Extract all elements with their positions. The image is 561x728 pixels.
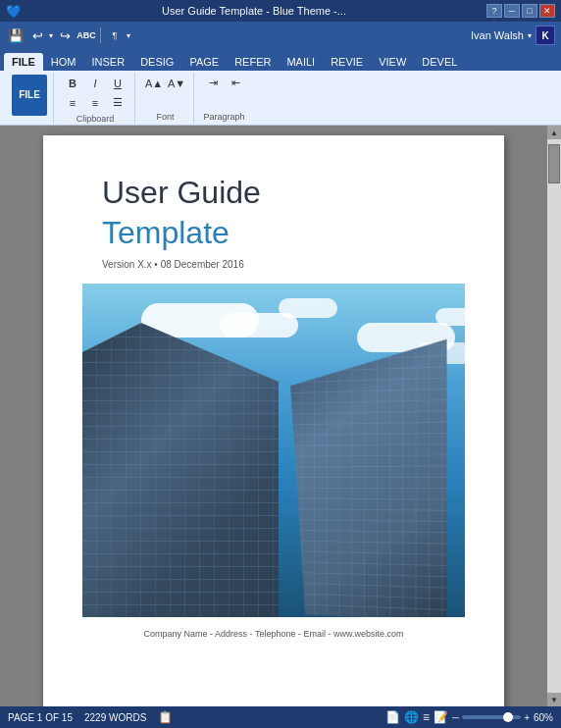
vertical-scrollbar[interactable]: ▲ ▼ bbox=[547, 126, 561, 706]
redo-button[interactable]: ↪ bbox=[55, 26, 75, 45]
tab-view[interactable]: VIEW bbox=[371, 53, 414, 71]
tab-review[interactable]: REVIE bbox=[323, 53, 371, 71]
document-scroll: User Guide Template Version X.x • 08 Dec… bbox=[0, 126, 547, 706]
font-size-up[interactable]: A▲ bbox=[143, 75, 165, 92]
zoom-slider-track[interactable] bbox=[462, 715, 521, 719]
undo-dropdown[interactable]: ▾ bbox=[49, 31, 53, 40]
status-bar: PAGE 1 OF 15 2229 WORDS 📋 📄 🌐 ≡ 📝 ─ + 60… bbox=[0, 706, 561, 728]
underline-button[interactable]: U bbox=[107, 75, 128, 92]
user-info: Ivan Walsh ▾ K bbox=[471, 26, 555, 45]
format-dropdown[interactable]: ▾ bbox=[127, 31, 130, 40]
close-button[interactable]: ✕ bbox=[539, 4, 555, 18]
view-print-icon[interactable]: 📄 bbox=[385, 710, 400, 724]
clipboard-label: Clipboard bbox=[76, 114, 115, 124]
user-dropdown[interactable]: ▾ bbox=[528, 31, 532, 40]
quick-access-toolbar: 💾 ↩ ▾ ↪ ABC ¶ ▾ Ivan Walsh ▾ K bbox=[0, 22, 561, 49]
font-size-down[interactable]: A▼ bbox=[166, 75, 187, 92]
list-button[interactable]: ☰ bbox=[107, 94, 128, 112]
user-name: Ivan Walsh bbox=[471, 29, 524, 41]
align-left-button[interactable]: ≡ bbox=[62, 94, 83, 112]
ribbon-group-file: FILE bbox=[6, 73, 54, 124]
ribbon-group-paragraph: ⇥ ⇤ Paragraph bbox=[196, 73, 252, 124]
ribbon-group-font: A▲ A▼ Font bbox=[137, 73, 194, 124]
window-controls: ? ─ □ ✕ bbox=[486, 4, 555, 18]
save-button[interactable]: 💾 bbox=[6, 26, 26, 45]
format-button[interactable]: ¶ bbox=[105, 26, 125, 45]
word-count: 2229 WORDS bbox=[84, 712, 146, 723]
view-draft-icon[interactable]: 📝 bbox=[434, 710, 448, 724]
outdent-button[interactable]: ⇤ bbox=[225, 75, 246, 92]
zoom-minus-button[interactable]: ─ bbox=[452, 712, 459, 723]
scroll-down-button[interactable]: ▼ bbox=[547, 693, 561, 706]
document-page: User Guide Template Version X.x • 08 Dec… bbox=[43, 135, 504, 706]
tab-page[interactable]: PAGE bbox=[181, 53, 227, 71]
scroll-up-button[interactable]: ▲ bbox=[547, 126, 561, 139]
page-info: PAGE 1 OF 15 bbox=[8, 712, 73, 723]
cover-image bbox=[82, 284, 465, 617]
building-left bbox=[82, 323, 279, 617]
view-web-icon[interactable]: 🌐 bbox=[404, 710, 419, 724]
file-button[interactable]: FILE bbox=[12, 75, 47, 116]
undo-button[interactable]: ↩ bbox=[27, 26, 47, 45]
window-title: User Guide Template - Blue Theme -... bbox=[22, 5, 486, 17]
document-area: User Guide Template Version X.x • 08 Dec… bbox=[0, 126, 561, 706]
paragraph-label: Paragraph bbox=[203, 112, 244, 122]
page-footer: Company Name - Address - Telephone - Ema… bbox=[144, 629, 404, 639]
tab-file[interactable]: FILE bbox=[4, 53, 43, 71]
tab-insert[interactable]: INSER bbox=[84, 53, 133, 71]
scroll-thumb[interactable] bbox=[548, 144, 560, 183]
tab-references[interactable]: REFER bbox=[227, 53, 279, 71]
ribbon-group-clipboard: B I U ≡ ≡ ☰ Clipboard bbox=[56, 73, 135, 124]
maximize-button[interactable]: □ bbox=[522, 4, 537, 18]
tab-home[interactable]: HOM bbox=[43, 53, 84, 71]
ribbon-tabs: FILE HOM INSER DESIG PAGE REFER MAILI RE… bbox=[0, 49, 561, 71]
view-outline-icon[interactable]: ≡ bbox=[423, 710, 430, 724]
italic-button[interactable]: I bbox=[84, 75, 106, 92]
align-center-button[interactable]: ≡ bbox=[84, 94, 106, 112]
user-avatar: K bbox=[536, 26, 555, 45]
toolbar-divider bbox=[100, 27, 101, 43]
status-right: 📄 🌐 ≡ 📝 ─ + 60% bbox=[385, 710, 553, 724]
tab-developer[interactable]: DEVEL bbox=[414, 53, 465, 71]
title-bar: 💙 User Guide Template - Blue Theme -... … bbox=[0, 0, 561, 22]
tab-mailings[interactable]: MAILI bbox=[279, 53, 323, 71]
minimize-button[interactable]: ─ bbox=[504, 4, 520, 18]
page-title-main: User Guide bbox=[102, 175, 261, 211]
proofing-icon[interactable]: 📋 bbox=[158, 710, 173, 724]
scroll-track[interactable] bbox=[547, 139, 561, 693]
page-version: Version X.x • 08 December 2016 bbox=[102, 259, 244, 270]
bold-button[interactable]: B bbox=[62, 75, 83, 92]
zoom-plus-button[interactable]: + bbox=[524, 712, 530, 723]
title-bar-left: 💙 bbox=[6, 4, 22, 19]
tab-design[interactable]: DESIG bbox=[132, 53, 181, 71]
help-button[interactable]: ? bbox=[486, 4, 502, 18]
spelling-button[interactable]: ABC bbox=[76, 26, 96, 45]
zoom-controls: ─ + bbox=[452, 712, 530, 723]
font-label: Font bbox=[156, 112, 174, 122]
indent-button[interactable]: ⇥ bbox=[202, 75, 224, 92]
building-right bbox=[290, 339, 446, 617]
page-title-sub: Template bbox=[102, 215, 230, 251]
zoom-slider-thumb[interactable] bbox=[503, 712, 513, 722]
zoom-level: 60% bbox=[534, 712, 553, 723]
ribbon-bar: FILE B I U ≡ ≡ ☰ Clipboard A▲ A▼ Font ⇥ … bbox=[0, 71, 561, 126]
